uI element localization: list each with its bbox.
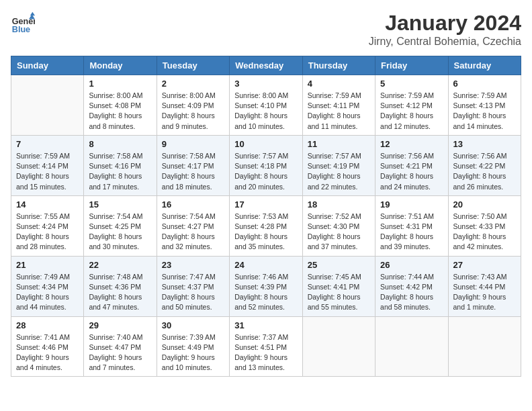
day-number: 13 <box>453 139 516 149</box>
day-info: Sunrise: 7:54 AMSunset: 4:27 PMDaylight:… <box>162 212 224 253</box>
day-info: Sunrise: 8:00 AMSunset: 4:10 PMDaylight:… <box>234 91 297 132</box>
calendar-day-cell: 19Sunrise: 7:51 AMSunset: 4:31 PMDayligh… <box>375 195 448 256</box>
day-info: Sunrise: 7:45 AMSunset: 4:41 PMDaylight:… <box>308 272 370 313</box>
calendar-day-cell: 28Sunrise: 7:41 AMSunset: 4:46 PMDayligh… <box>11 316 84 377</box>
svg-marker-2 <box>30 12 35 15</box>
day-number: 20 <box>453 199 516 210</box>
day-number: 19 <box>380 199 443 210</box>
calendar-day-cell: 16Sunrise: 7:54 AMSunset: 4:27 PMDayligh… <box>157 195 229 256</box>
day-number: 16 <box>162 199 224 210</box>
day-number: 29 <box>89 320 151 330</box>
day-number: 22 <box>89 260 151 270</box>
day-number: 9 <box>162 139 224 149</box>
calendar-day-cell <box>375 316 448 377</box>
day-info: Sunrise: 7:58 AMSunset: 4:16 PMDaylight:… <box>89 151 151 192</box>
day-info: Sunrise: 7:59 AMSunset: 4:11 PMDaylight:… <box>308 91 370 132</box>
day-number: 27 <box>453 260 516 270</box>
day-info: Sunrise: 7:39 AMSunset: 4:49 PMDaylight:… <box>162 332 224 373</box>
calendar-subtitle: Jirny, Central Bohemia, Czechia <box>369 36 521 48</box>
calendar-day-cell: 25Sunrise: 7:45 AMSunset: 4:41 PMDayligh… <box>302 256 375 316</box>
day-number: 8 <box>89 139 151 149</box>
title-block: January 2024 Jirny, Central Bohemia, Cze… <box>369 11 521 48</box>
calendar-day-cell: 12Sunrise: 7:56 AMSunset: 4:21 PMDayligh… <box>375 135 448 195</box>
calendar-week-row: 7Sunrise: 7:59 AMSunset: 4:14 PMDaylight… <box>11 135 521 195</box>
day-info: Sunrise: 7:44 AMSunset: 4:42 PMDaylight:… <box>380 272 443 313</box>
calendar-week-row: 1Sunrise: 8:00 AMSunset: 4:08 PMDaylight… <box>11 75 521 136</box>
day-number: 28 <box>16 320 79 330</box>
day-info: Sunrise: 7:50 AMSunset: 4:33 PMDaylight:… <box>453 212 516 253</box>
day-number: 15 <box>89 199 151 210</box>
weekday-header-row: SundayMondayTuesdayWednesdayThursdayFrid… <box>11 56 521 75</box>
day-number: 3 <box>234 79 297 89</box>
calendar-title: January 2024 <box>369 11 521 36</box>
day-info: Sunrise: 7:48 AMSunset: 4:36 PMDaylight:… <box>89 272 151 313</box>
day-info: Sunrise: 7:54 AMSunset: 4:25 PMDaylight:… <box>89 212 151 253</box>
weekday-header-sunday: Sunday <box>11 56 84 75</box>
day-number: 5 <box>380 79 443 89</box>
day-number: 14 <box>16 199 79 210</box>
day-number: 24 <box>234 260 297 270</box>
day-info: Sunrise: 7:43 AMSunset: 4:44 PMDaylight:… <box>453 272 516 313</box>
calendar-day-cell: 1Sunrise: 8:00 AMSunset: 4:08 PMDaylight… <box>84 75 157 136</box>
day-info: Sunrise: 7:40 AMSunset: 4:47 PMDaylight:… <box>89 332 151 373</box>
day-info: Sunrise: 7:59 AMSunset: 4:13 PMDaylight:… <box>453 91 516 132</box>
calendar-day-cell: 14Sunrise: 7:55 AMSunset: 4:24 PMDayligh… <box>11 195 84 256</box>
calendar-day-cell: 29Sunrise: 7:40 AMSunset: 4:47 PMDayligh… <box>84 316 157 377</box>
day-info: Sunrise: 7:56 AMSunset: 4:21 PMDaylight:… <box>380 151 443 192</box>
weekday-header-wednesday: Wednesday <box>230 56 302 75</box>
day-number: 17 <box>234 199 297 210</box>
calendar-day-cell: 5Sunrise: 7:59 AMSunset: 4:12 PMDaylight… <box>375 75 448 136</box>
day-number: 30 <box>162 320 224 330</box>
day-info: Sunrise: 7:51 AMSunset: 4:31 PMDaylight:… <box>380 212 443 253</box>
weekday-header-tuesday: Tuesday <box>157 56 229 75</box>
day-number: 1 <box>89 79 151 89</box>
weekday-header-friday: Friday <box>375 56 448 75</box>
calendar-day-cell: 31Sunrise: 7:37 AMSunset: 4:51 PMDayligh… <box>230 316 302 377</box>
calendar-day-cell: 27Sunrise: 7:43 AMSunset: 4:44 PMDayligh… <box>448 256 521 316</box>
calendar-day-cell: 30Sunrise: 7:39 AMSunset: 4:49 PMDayligh… <box>157 316 229 377</box>
day-number: 11 <box>308 139 370 149</box>
day-info: Sunrise: 7:46 AMSunset: 4:39 PMDaylight:… <box>234 272 297 313</box>
day-info: Sunrise: 7:53 AMSunset: 4:28 PMDaylight:… <box>234 212 297 253</box>
page-header: General Blue January 2024 Jirny, Central… <box>11 11 521 48</box>
calendar-day-cell: 21Sunrise: 7:49 AMSunset: 4:34 PMDayligh… <box>11 256 84 316</box>
day-number: 6 <box>453 79 516 89</box>
calendar-day-cell: 15Sunrise: 7:54 AMSunset: 4:25 PMDayligh… <box>84 195 157 256</box>
day-number: 4 <box>308 79 370 89</box>
day-number: 31 <box>234 320 297 330</box>
calendar-day-cell: 4Sunrise: 7:59 AMSunset: 4:11 PMDaylight… <box>302 75 375 136</box>
calendar-day-cell: 23Sunrise: 7:47 AMSunset: 4:37 PMDayligh… <box>157 256 229 316</box>
day-info: Sunrise: 7:49 AMSunset: 4:34 PMDaylight:… <box>16 272 79 313</box>
day-number: 7 <box>16 139 79 149</box>
day-info: Sunrise: 8:00 AMSunset: 4:08 PMDaylight:… <box>89 91 151 132</box>
calendar-table: SundayMondayTuesdayWednesdayThursdayFrid… <box>11 56 521 377</box>
day-info: Sunrise: 7:56 AMSunset: 4:22 PMDaylight:… <box>453 151 516 192</box>
calendar-day-cell: 8Sunrise: 7:58 AMSunset: 4:16 PMDaylight… <box>84 135 157 195</box>
day-info: Sunrise: 7:52 AMSunset: 4:30 PMDaylight:… <box>308 212 370 253</box>
day-info: Sunrise: 7:47 AMSunset: 4:37 PMDaylight:… <box>162 272 224 313</box>
day-info: Sunrise: 7:59 AMSunset: 4:14 PMDaylight:… <box>16 151 79 192</box>
logo-icon: General Blue <box>11 11 35 35</box>
day-info: Sunrise: 7:57 AMSunset: 4:19 PMDaylight:… <box>308 151 370 192</box>
day-number: 21 <box>16 260 79 270</box>
day-number: 26 <box>380 260 443 270</box>
weekday-header-monday: Monday <box>84 56 157 75</box>
calendar-day-cell <box>448 316 521 377</box>
day-info: Sunrise: 7:37 AMSunset: 4:51 PMDaylight:… <box>234 332 297 373</box>
day-info: Sunrise: 8:00 AMSunset: 4:09 PMDaylight:… <box>162 91 224 132</box>
calendar-week-row: 14Sunrise: 7:55 AMSunset: 4:24 PMDayligh… <box>11 195 521 256</box>
calendar-day-cell: 6Sunrise: 7:59 AMSunset: 4:13 PMDaylight… <box>448 75 521 136</box>
calendar-day-cell: 17Sunrise: 7:53 AMSunset: 4:28 PMDayligh… <box>230 195 302 256</box>
day-info: Sunrise: 7:58 AMSunset: 4:17 PMDaylight:… <box>162 151 224 192</box>
calendar-day-cell: 24Sunrise: 7:46 AMSunset: 4:39 PMDayligh… <box>230 256 302 316</box>
svg-text:Blue: Blue <box>12 25 30 34</box>
calendar-day-cell: 18Sunrise: 7:52 AMSunset: 4:30 PMDayligh… <box>302 195 375 256</box>
day-number: 2 <box>162 79 224 89</box>
day-number: 10 <box>234 139 297 149</box>
calendar-day-cell: 7Sunrise: 7:59 AMSunset: 4:14 PMDaylight… <box>11 135 84 195</box>
calendar-day-cell: 2Sunrise: 8:00 AMSunset: 4:09 PMDaylight… <box>157 75 229 136</box>
day-number: 12 <box>380 139 443 149</box>
day-info: Sunrise: 7:55 AMSunset: 4:24 PMDaylight:… <box>16 212 79 253</box>
calendar-day-cell: 9Sunrise: 7:58 AMSunset: 4:17 PMDaylight… <box>157 135 229 195</box>
weekday-header-saturday: Saturday <box>448 56 521 75</box>
